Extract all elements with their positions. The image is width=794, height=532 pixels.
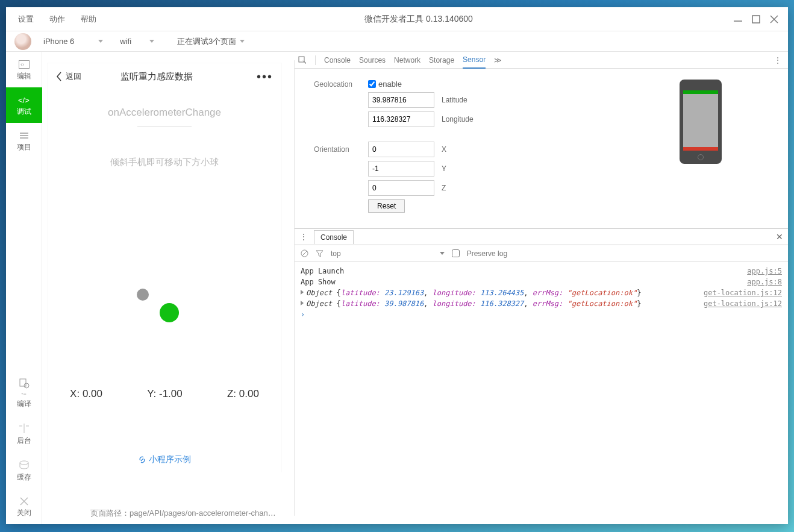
tab-more[interactable]: ≫ [494,56,502,64]
menu-actions[interactable]: 动作 [42,10,72,28]
svg-point-11 [24,383,29,388]
sim-page-title: 监听重力感应数据 [57,71,257,83]
svg-rect-1 [752,16,760,23]
log-source-link[interactable]: app.js:8 [747,278,782,286]
rail-close[interactable]: 关闭 [6,489,42,524]
project-icon [19,131,30,140]
orient-y-label: Y [442,164,446,173]
simulator: 返回 监听重力感应数据 ••• onAccelerometerChange 倾斜… [47,63,282,472]
kebab-icon[interactable]: ⋮ [774,55,782,65]
console-output: App Launchapp.js:5App Showapp.js:8Object… [295,262,788,324]
svg-rect-10 [20,379,26,386]
context-select-value: top [331,249,341,258]
longitude-input[interactable] [368,111,434,127]
rail-compile-label: 编译 [17,399,31,409]
ball-gray [137,289,149,301]
left-rail: ‹› 编辑 </> 调试 项目 ◦= 编译 后台 [6,52,42,524]
compile-sub-label: ◦= [21,390,26,396]
console-prompt[interactable]: › [295,309,788,320]
api-name: onAccelerometerChange [48,107,281,119]
cache-icon [19,460,30,470]
orient-z-label: Z [442,184,446,192]
log-row: App Launchapp.js:5 [295,266,788,277]
tab-sensor[interactable]: Sensor [463,55,486,69]
tab-storage[interactable]: Storage [429,56,454,64]
phone-preview [680,80,722,164]
tab-network[interactable]: Network [394,56,420,64]
context-select[interactable]: top [331,249,445,258]
close-drawer-button[interactable]: ✕ [776,232,783,242]
rail-compile[interactable]: ◦= 编译 [6,370,42,415]
maximize-icon[interactable] [752,15,760,23]
log-source-link[interactable]: get-location.js:12 [704,289,782,297]
enable-label: enable [378,80,402,89]
rail-debug[interactable]: </> 调试 [6,87,42,123]
app-title: 微信开发者工具 0.13.140600 [104,14,734,25]
sample-link[interactable]: 小程序示例 [48,454,281,465]
orient-y-input[interactable] [368,161,434,177]
log-row: Object {latitude: 39.987816, longitude: … [295,298,788,309]
orientation-label: Orientation [314,145,368,154]
menu-help[interactable]: 帮助 [73,10,104,28]
rail-project[interactable]: 项目 [6,123,42,158]
preserve-log-checkbox[interactable] [452,249,460,257]
tip-text: 倾斜手机即可移动下方小球 [48,157,281,168]
clear-console-icon[interactable] [301,249,308,257]
latitude-input[interactable] [368,92,434,108]
latitude-label: Latitude [442,96,467,104]
log-row: App Showapp.js:8 [295,277,788,287]
ball-green [160,303,179,322]
avatar[interactable] [14,33,31,50]
debug-icon: </> [18,96,30,104]
rail-background[interactable]: 后台 [6,415,42,452]
svg-point-15 [20,461,28,465]
preserve-log-label: Preserve log [467,249,507,258]
devtools-tabs: Console Sources Network Storage Sensor ≫… [295,52,788,69]
x-value: X: 0.00 [70,388,102,400]
svg-rect-18 [299,57,304,62]
background-icon [19,424,30,433]
svg-line-20 [302,251,307,255]
log-source-link[interactable]: app.js:5 [747,267,782,275]
tab-console[interactable]: Console [324,56,351,64]
chevron-down-icon [240,40,245,43]
kebab-icon[interactable]: ⋮ [299,232,308,242]
menu-settings[interactable]: 设置 [11,10,41,28]
network-select-value: wifi [120,37,131,46]
page-path: 页面路径：page/API/pages/on-accelerometer-cha… [83,502,287,524]
toolbar: iPhone 6 wifi 正在调试3个页面 [6,31,788,52]
longitude-label: Longitude [442,115,474,124]
orient-x-input[interactable] [368,142,434,157]
svg-text:‹›: ‹› [20,61,24,67]
link-icon [138,455,146,464]
geolocation-enable-checkbox[interactable] [368,80,376,88]
console-drawer-tab[interactable]: Console [314,230,354,244]
console-drawer-header: ⋮ Console ✕ [295,228,788,245]
close-icon[interactable] [770,15,778,23]
debug-page-dropdown[interactable]: 正在调试3个页面 [177,36,245,47]
rail-cache[interactable]: 缓存 [6,452,42,489]
reset-button[interactable]: Reset [368,199,405,213]
geolocation-label: Geolocation [314,80,368,89]
svg-text:</>: </> [18,96,30,104]
console-filter-bar: top Preserve log [295,245,788,262]
inspect-icon[interactable] [298,56,307,64]
chevron-down-icon [440,252,445,255]
compile-icon [19,378,30,389]
minimize-icon[interactable] [734,15,742,23]
more-menu-button[interactable]: ••• [257,70,273,84]
orient-z-input[interactable] [368,180,434,196]
titlebar: 设置 动作 帮助 微信开发者工具 0.13.140600 [6,7,788,31]
log-source-link[interactable]: get-location.js:12 [704,299,782,308]
chevron-down-icon [98,40,103,43]
device-select[interactable]: iPhone 6 [43,37,103,46]
rail-debug-label: 调试 [17,107,31,117]
rail-edit[interactable]: ‹› 编辑 [6,52,42,87]
tab-sources[interactable]: Sources [359,56,386,64]
sample-link-label: 小程序示例 [149,454,191,465]
rail-project-label: 项目 [17,142,31,152]
filter-icon[interactable] [316,249,324,257]
log-row: Object {latitude: 23.129163, longitude: … [295,287,788,298]
network-select[interactable]: wifi [120,37,154,46]
divider [137,126,192,127]
